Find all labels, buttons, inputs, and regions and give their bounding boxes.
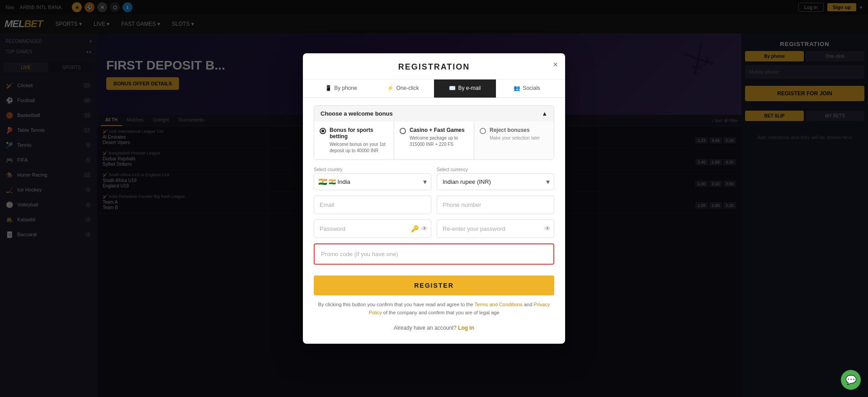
bonus-options: Bonus for sports betting Welcome bonus o…	[314, 121, 554, 159]
socials-icon: 👥	[514, 85, 520, 91]
radio-sports	[320, 128, 326, 134]
chat-button[interactable]: 💬	[841, 370, 861, 390]
country-group: Select country 🇮🇳 India 🇮🇳	[314, 167, 431, 190]
currency-group: Select currency Indian rupee (INR)	[437, 167, 554, 190]
key-icon: 🔑	[411, 225, 419, 232]
radio-casino	[400, 128, 406, 134]
lightning-icon: ⚡	[387, 85, 394, 91]
modal-overlay[interactable]: REGISTRATION × 📱 By phone ⚡ One-click ✉️…	[0, 0, 868, 397]
tab-socials[interactable]: 👥 Socials	[496, 79, 558, 98]
terms-link[interactable]: Terms and Conditions	[474, 302, 522, 307]
country-currency-row: Select country 🇮🇳 India 🇮🇳 Select curren…	[314, 167, 554, 190]
password-row: 🔑 👁 👁	[314, 220, 554, 238]
registration-modal: REGISTRATION × 📱 By phone ⚡ One-click ✉️…	[303, 53, 565, 344]
radio-reject	[480, 128, 486, 134]
modal-close-button[interactable]: ×	[553, 61, 558, 69]
bonus-section: Choose a welcome bonus ▲ Bonus for sport…	[314, 105, 554, 160]
phone-group	[437, 196, 554, 214]
chat-icon: 💬	[845, 374, 857, 385]
phone-icon: 📱	[325, 85, 332, 91]
country-select-wrapper: 🇮🇳 India 🇮🇳	[314, 173, 431, 190]
modal-header: REGISTRATION ×	[303, 53, 565, 79]
tab-by-phone[interactable]: 📱 By phone	[310, 79, 372, 98]
login-link[interactable]: Log in	[458, 325, 474, 331]
re-password-input[interactable]	[437, 220, 554, 238]
bonus-option-reject[interactable]: Reject bonuses Make your selection later	[474, 121, 554, 159]
country-label: Select country	[314, 167, 431, 172]
re-password-icons: 👁	[544, 225, 551, 232]
bonus-header: Choose a welcome bonus ▲	[314, 106, 554, 121]
email-input[interactable]	[314, 196, 431, 214]
re-eye-icon[interactable]: 👁	[544, 225, 551, 232]
email-phone-row	[314, 196, 554, 214]
re-password-group: 👁	[437, 220, 554, 238]
promo-row	[314, 243, 554, 265]
modal-tabs: 📱 By phone ⚡ One-click ✉️ By e-mail 👥 So…	[303, 79, 565, 98]
password-icons: 🔑 👁	[411, 225, 428, 232]
modal-title: REGISTRATION	[314, 62, 554, 72]
email-group	[314, 196, 431, 214]
chevron-up-icon[interactable]: ▲	[542, 110, 547, 117]
promo-input[interactable]	[314, 243, 554, 265]
already-account: Already have an account? Log in	[314, 321, 554, 335]
currency-select-wrapper: Indian rupee (INR)	[437, 173, 554, 190]
currency-label: Select currency	[437, 167, 554, 172]
tab-by-email[interactable]: ✉️ By e-mail	[434, 79, 496, 98]
modal-body: Choose a welcome bonus ▲ Bonus for sport…	[303, 98, 565, 344]
email-icon: ✉️	[449, 85, 456, 91]
country-select[interactable]: 🇮🇳 India	[314, 173, 431, 190]
register-button[interactable]: REGISTER	[314, 276, 554, 295]
phone-input[interactable]	[437, 196, 554, 214]
bonus-option-sports[interactable]: Bonus for sports betting Welcome bonus o…	[314, 121, 394, 159]
modal-footer-text: By clicking this button you confirm that…	[314, 301, 554, 317]
password-group: 🔑 👁	[314, 220, 431, 238]
bonus-option-casino[interactable]: Casino + Fast Games Welcome package up t…	[394, 121, 474, 159]
eye-icon[interactable]: 👁	[421, 225, 428, 232]
tab-one-click[interactable]: ⚡ One-click	[372, 79, 434, 98]
promo-group	[314, 243, 554, 265]
currency-select[interactable]: Indian rupee (INR)	[437, 173, 554, 190]
